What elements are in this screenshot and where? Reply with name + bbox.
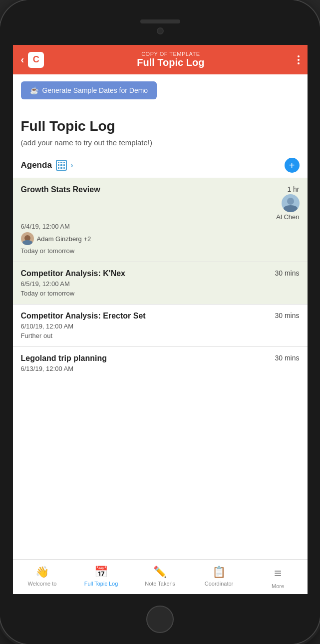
topic-list: Growth Stats Review 1 hr Al Chen 6/4/19,… [13, 178, 308, 381]
dot-icon [298, 59, 300, 61]
topic-duration: 30 mins [275, 312, 299, 320]
header-center: COPY OF TEMPLATE Full Topic Log [44, 51, 297, 68]
bottom-nav: 👋 Welcome to 📅 Full Topic Log ✏️ Note Ta… [13, 559, 308, 594]
coffee-icon: ☕ [30, 86, 38, 94]
nav-label-note-takers: Note Taker's [145, 581, 175, 587]
nav-label-more: More [272, 583, 284, 589]
avatar [21, 232, 34, 245]
nav-label-welcome: Welcome to [28, 581, 57, 587]
topic-duration: 1 hr [287, 185, 299, 193]
wave-icon: 👋 [35, 566, 49, 579]
avatar [282, 194, 300, 212]
edit-icon: ✏️ [153, 566, 167, 579]
topic-item[interactable]: Growth Stats Review 1 hr Al Chen 6/4/19,… [13, 178, 308, 262]
assignee-area: 1 hr Al Chen [276, 185, 299, 221]
topic-item-header: Growth Stats Review 1 hr Al Chen [21, 185, 300, 221]
topic-item-header: Competitor Analysis: Erector Set 30 mins [21, 312, 300, 321]
more-options-button[interactable] [298, 55, 300, 64]
phone-speaker [140, 19, 180, 23]
nav-label-full-topic-log: Full Topic Log [84, 581, 118, 587]
more-icon: ≡ [274, 566, 282, 581]
agenda-label: Agenda [21, 160, 52, 170]
nav-item-full-topic-log[interactable]: 📅 Full Topic Log [72, 564, 131, 591]
phone-top-bar [0, 0, 320, 45]
nav-label-coordinator: Coordinator [205, 581, 233, 587]
dot-icon [298, 62, 300, 64]
phone-bottom-bar [0, 594, 320, 644]
topic-item-header: Legoland trip planning 30 mins [21, 354, 300, 363]
content-area: ☕ Generate Sample Dates for Demo Full To… [13, 74, 308, 559]
clipboard-icon: 📋 [212, 566, 226, 579]
agenda-left: Agenda › [21, 160, 73, 171]
page-subtitle: (add your name to try out the template!) [21, 138, 300, 147]
dot-icon [298, 55, 300, 57]
agenda-row: Agenda › + [13, 158, 308, 173]
nav-item-coordinator[interactable]: 📋 Coordinator [190, 564, 249, 591]
assignee-name: Al Chen [276, 213, 299, 221]
topic-item[interactable]: Competitor Analysis: K'Nex 30 mins 6/5/1… [13, 262, 308, 304]
topic-item[interactable]: Legoland trip planning 30 mins 6/13/19, … [13, 346, 308, 381]
header-title: Full Topic Log [44, 57, 297, 68]
topic-date: 6/4/19, 12:00 AM [21, 223, 300, 230]
chevron-right-icon[interactable]: › [71, 161, 73, 169]
generate-btn-wrap: ☕ Generate Sample Dates for Demo [13, 74, 308, 106]
nav-item-welcome[interactable]: 👋 Welcome to [13, 564, 72, 591]
topic-date: 6/5/19, 12:00 AM [21, 280, 300, 288]
topic-name: Growth Stats Review [21, 185, 277, 194]
app-logo: C [28, 52, 44, 68]
grid-view-icon[interactable] [56, 160, 67, 171]
topic-timing: Today or tomorrow [21, 247, 300, 255]
add-topic-button[interactable]: + [285, 158, 300, 173]
topic-name: Competitor Analysis: Erector Set [21, 312, 269, 321]
topic-item[interactable]: Competitor Analysis: Erector Set 30 mins… [13, 304, 308, 346]
topic-assignee-row: Adam Ginzberg +2 [21, 232, 300, 245]
topic-date: 6/13/19, 12:00 AM [21, 365, 300, 372]
topic-duration: 30 mins [275, 354, 299, 362]
generate-sample-dates-button[interactable]: ☕ Generate Sample Dates for Demo [21, 81, 157, 99]
topic-date: 6/10/19, 12:00 AM [21, 322, 300, 330]
nav-item-note-takers[interactable]: ✏️ Note Taker's [131, 564, 190, 591]
page-title-section: Full Topic Log (add your name to try out… [13, 106, 308, 158]
phone-camera [157, 27, 164, 34]
back-button[interactable]: ‹ [21, 54, 24, 65]
generate-btn-label: Generate Sample Dates for Demo [42, 86, 148, 94]
phone-shell: ‹ C COPY OF TEMPLATE Full Topic Log ☕ Ge… [0, 0, 320, 644]
assignee-name: Adam Ginzberg +2 [37, 235, 91, 243]
page-main-title: Full Topic Log [21, 118, 300, 134]
topic-item-header: Competitor Analysis: K'Nex 30 mins [21, 269, 300, 278]
topic-timing: Today or tomorrow [21, 290, 300, 297]
home-button[interactable] [146, 606, 174, 633]
phone-screen: ‹ C COPY OF TEMPLATE Full Topic Log ☕ Ge… [13, 45, 308, 594]
nav-item-more[interactable]: ≡ More [249, 564, 308, 591]
header-left: ‹ C [21, 52, 44, 68]
app-header: ‹ C COPY OF TEMPLATE Full Topic Log [13, 45, 308, 74]
topic-duration: 30 mins [275, 269, 299, 277]
calendar-icon: 📅 [94, 566, 108, 579]
topic-name: Legoland trip planning [21, 354, 269, 363]
header-subtitle: COPY OF TEMPLATE [44, 51, 297, 57]
topic-name: Competitor Analysis: K'Nex [21, 269, 269, 278]
topic-timing: Further out [21, 332, 300, 339]
